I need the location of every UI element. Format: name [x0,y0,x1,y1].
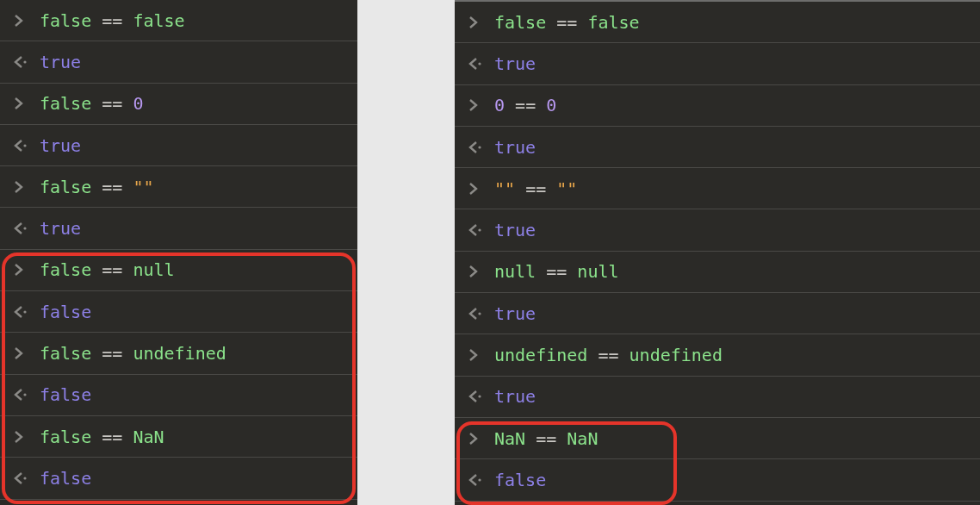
svg-point-5 [23,477,26,479]
console-input-code: null == null [494,261,619,282]
console-pane-right[interactable]: false == falsetrue0 == 0true"" == ""true… [455,0,980,505]
console-output-value: true [494,53,536,74]
console-output-row: true [0,41,357,83]
console-output-row: false [455,459,980,501]
code-token: true [40,218,81,239]
code-token: false [40,259,91,280]
console-input-row: 0 == 0 [455,85,980,127]
code-token: false [40,343,91,364]
chevron-left-dot-icon [468,141,482,153]
code-token: == [536,261,577,282]
code-token: "" [556,178,577,199]
code-token: true [40,135,81,156]
chevron-left-dot-icon [14,140,28,152]
code-token: 0 [133,93,143,114]
pane-divider [357,0,455,505]
svg-point-8 [478,229,481,232]
svg-point-6 [478,62,481,65]
chevron-left-dot-icon [468,390,482,402]
chevron-left-dot-icon [14,56,28,68]
code-token: false [494,12,546,33]
code-token: == [91,177,133,197]
code-token: undefined [133,343,226,364]
svg-point-0 [23,60,26,63]
console-output-row: true [0,208,357,249]
console-output-row: true [455,209,980,251]
code-token: 0 [494,95,505,115]
console-output-row: false [0,375,357,416]
console-pane-left[interactable]: false == falsetruefalse == 0truefalse ==… [0,0,357,505]
console-output-value: true [494,386,536,407]
console-input-code: false == false [494,12,640,33]
console-input-row: "" == "" [455,168,980,209]
code-token: true [494,220,536,240]
console-input-row: false == undefined [0,333,357,374]
console-input-row: false == false [0,0,357,41]
console-input-code: 0 == 0 [494,95,556,115]
svg-point-4 [23,394,26,396]
code-token: == [91,427,133,447]
console-output-value: true [494,303,536,324]
code-token: false [40,177,91,197]
code-token: true [494,386,536,407]
chevron-left-dot-icon [468,58,482,70]
code-token: false [40,384,91,405]
console-input-code: undefined == undefined [494,345,723,365]
code-token: == [91,10,133,31]
chevron-left-dot-icon [14,389,28,401]
chevron-right-icon [14,431,28,443]
code-token: NaN [567,428,598,449]
chevron-right-icon [14,264,28,276]
console-output-row: true [455,43,980,84]
code-token: == [91,259,133,280]
console-output-value: false [40,302,91,322]
chevron-right-icon [468,433,482,445]
chevron-right-icon [14,181,28,193]
svg-point-2 [23,228,26,230]
chevron-left-dot-icon [468,308,482,320]
console-output-row: true [0,125,357,166]
code-token: true [494,137,536,158]
code-token: null [577,261,618,282]
console-output-row: true [455,293,980,334]
console-output-value: false [494,470,546,490]
chevron-left-dot-icon [468,474,482,486]
svg-point-11 [478,478,481,481]
console-input-code: false == "" [40,177,153,197]
svg-point-9 [478,312,481,315]
code-token: == [587,345,629,365]
code-token: true [40,52,81,72]
console-input-code: false == NaN [40,427,164,447]
chevron-left-dot-icon [14,222,28,234]
console-input-row: false == null [0,250,357,291]
code-token: 0 [546,95,556,115]
code-token: false [494,470,546,490]
chevron-right-icon [14,97,28,109]
console-input-row: false == "" [0,166,357,208]
console-output-row: true [455,127,980,168]
console-input-code: false == undefined [40,343,226,364]
code-token: false [40,93,91,114]
code-token: "" [133,177,153,197]
chevron-left-dot-icon [14,306,28,318]
console-input-row: NaN == NaN [455,418,980,459]
code-token: null [494,261,536,282]
code-token: true [494,303,536,324]
chevron-right-icon [468,349,482,361]
console-output-value: true [40,218,81,239]
console-input-row: false == 0 [0,84,357,125]
console-input-code: NaN == NaN [494,428,598,449]
chevron-left-dot-icon [14,472,28,484]
code-token: == [515,178,556,199]
console-output-value: true [494,137,536,158]
code-token: NaN [133,427,164,447]
console-input-row: false == false [455,2,980,43]
chevron-right-icon [14,15,28,27]
code-token: false [40,427,91,447]
chevron-right-icon [468,16,482,28]
console-input-row: null == null [455,252,980,293]
code-token: == [525,428,567,449]
console-input-code: "" == "" [494,178,577,199]
svg-point-3 [23,310,26,313]
console-output-row: true [455,377,980,418]
